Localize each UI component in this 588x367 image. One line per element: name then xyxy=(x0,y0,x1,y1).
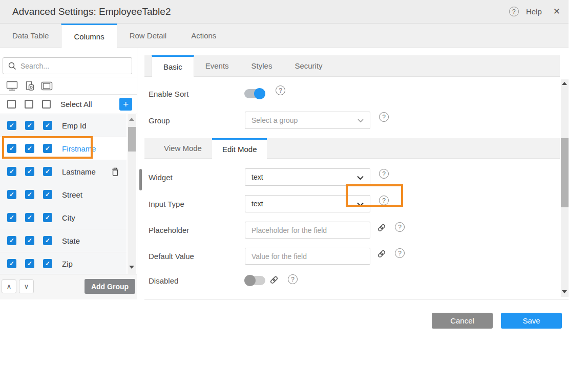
desktop-icon[interactable] xyxy=(6,81,18,91)
search-box xyxy=(3,57,132,74)
column-row-emp-id[interactable]: ✓ ✓ ✓ Emp Id xyxy=(0,114,127,137)
column-list-scrollbar[interactable] xyxy=(128,114,136,274)
search-input[interactable] xyxy=(20,62,132,70)
chevron-down-icon: ∨ xyxy=(24,283,29,290)
widget-select-value: text xyxy=(251,173,263,181)
help-icon[interactable]: ? xyxy=(276,85,285,95)
help-icon[interactable]: ? xyxy=(288,274,298,284)
help-icon[interactable]: ? xyxy=(509,7,519,16)
tab-view-mode[interactable]: View Mode xyxy=(154,138,212,158)
checkbox-checked[interactable]: ✓ xyxy=(43,144,52,153)
select-all-checkbox-desktop[interactable] xyxy=(7,100,16,109)
cancel-button[interactable]: Cancel xyxy=(432,313,493,329)
checkbox-checked[interactable]: ✓ xyxy=(7,236,16,245)
column-label: Street xyxy=(62,190,82,199)
tab-columns[interactable]: Columns xyxy=(61,24,117,48)
checkbox-checked[interactable]: ✓ xyxy=(43,259,52,268)
bind-link-icon[interactable] xyxy=(376,249,387,259)
tab-security[interactable]: Security xyxy=(283,55,333,76)
bind-link-icon[interactable] xyxy=(376,223,387,233)
column-row-lastname[interactable]: ✓ ✓ ✓ Lastname xyxy=(0,160,127,183)
checkbox-checked[interactable]: ✓ xyxy=(7,213,16,222)
checkbox-checked[interactable]: ✓ xyxy=(43,236,52,245)
help-icon[interactable]: ? xyxy=(379,112,389,122)
checkbox-checked[interactable]: ✓ xyxy=(7,144,16,153)
save-button[interactable]: Save xyxy=(501,313,562,329)
widget-label: Widget xyxy=(149,173,173,182)
tablet-icon[interactable] xyxy=(41,81,53,91)
help-icon[interactable]: ? xyxy=(379,196,389,205)
checkbox-checked[interactable]: ✓ xyxy=(7,121,16,130)
bind-link-icon[interactable] xyxy=(269,275,279,285)
placeholder-label: Placeholder xyxy=(149,226,189,234)
dialog-title: Advanced Settings: EmployeeTable2 xyxy=(12,6,171,17)
scroll-down-arrow-icon[interactable] xyxy=(562,290,567,293)
widget-select[interactable]: text xyxy=(245,168,370,186)
checkbox-checked[interactable]: ✓ xyxy=(25,144,34,153)
add-group-button[interactable]: Add Group xyxy=(85,279,135,294)
enable-sort-toggle[interactable] xyxy=(244,89,265,99)
move-column-up-button[interactable]: ∧ xyxy=(2,279,16,293)
checkbox-checked[interactable]: ✓ xyxy=(25,259,34,268)
disabled-toggle[interactable] xyxy=(245,275,265,286)
help-icon[interactable]: ? xyxy=(395,222,405,232)
help-link[interactable]: Help xyxy=(526,7,542,16)
checkbox-checked[interactable]: ✓ xyxy=(7,167,16,176)
checkbox-checked[interactable]: ✓ xyxy=(25,167,34,176)
column-row-street[interactable]: ✓ ✓ ✓ Street xyxy=(0,183,127,206)
checkbox-checked[interactable]: ✓ xyxy=(7,190,16,199)
tab-row-detail[interactable]: Row Detail xyxy=(117,24,179,48)
chevron-down-icon xyxy=(357,176,364,180)
tab-data-table[interactable]: Data Table xyxy=(0,24,61,48)
dialog-header: Advanced Settings: EmployeeTable2 ? Help… xyxy=(0,0,569,24)
checkbox-checked[interactable]: ✓ xyxy=(43,121,52,130)
enable-sort-row: Enable Sort ? xyxy=(144,85,560,102)
tab-events[interactable]: Events xyxy=(194,55,240,76)
scrollbar-thumb[interactable] xyxy=(128,127,136,152)
close-icon[interactable]: ✕ xyxy=(553,6,560,17)
checkbox-checked[interactable]: ✓ xyxy=(25,236,34,245)
help-icon[interactable]: ? xyxy=(395,248,405,258)
checkbox-checked[interactable]: ✓ xyxy=(43,167,52,176)
main-tab-bar: Data Table Columns Row Detail Actions xyxy=(0,24,569,48)
scroll-down-arrow-icon[interactable] xyxy=(129,266,134,269)
select-all-checkbox-mobile[interactable] xyxy=(25,100,33,109)
scroll-up-arrow-icon[interactable] xyxy=(562,82,567,85)
input-type-row: Input Type text ? xyxy=(144,195,560,212)
tab-edit-mode[interactable]: Edit Mode xyxy=(212,138,267,159)
checkbox-checked[interactable]: ✓ xyxy=(7,259,16,268)
group-select[interactable]: Select a group xyxy=(245,112,370,129)
input-type-select[interactable]: text xyxy=(245,195,370,212)
checkbox-checked[interactable]: ✓ xyxy=(25,213,34,222)
column-row-zip[interactable]: ✓ ✓ ✓ Zip xyxy=(0,252,127,274)
select-all-checkbox-tablet[interactable] xyxy=(42,100,51,109)
move-column-down-button[interactable]: ∨ xyxy=(19,279,34,293)
group-select-value: Select a group xyxy=(251,116,298,124)
column-label: State xyxy=(62,236,80,245)
columns-sidebar: Select All + ✓ ✓ ✓ Emp Id ✓ ✓ ✓ Firstnam… xyxy=(0,48,137,299)
checkbox-checked[interactable]: ✓ xyxy=(25,121,34,130)
tab-basic[interactable]: Basic xyxy=(152,55,194,77)
add-column-button[interactable]: + xyxy=(119,98,132,111)
mobile-icon[interactable] xyxy=(25,81,35,91)
scrollbar-thumb[interactable] xyxy=(561,138,569,207)
chevron-down-icon xyxy=(358,119,364,123)
tab-styles[interactable]: Styles xyxy=(240,55,284,76)
trash-icon[interactable] xyxy=(111,167,119,177)
scroll-up-arrow-icon[interactable] xyxy=(129,118,134,121)
help-icon[interactable]: ? xyxy=(379,169,389,179)
placeholder-input[interactable] xyxy=(245,222,370,239)
tab-actions[interactable]: Actions xyxy=(179,24,228,48)
column-row-firstname[interactable]: ✓ ✓ ✓ Firstname xyxy=(0,137,127,160)
checkbox-checked[interactable]: ✓ xyxy=(43,213,52,222)
default-value-input[interactable] xyxy=(245,248,370,265)
settings-panel-scrollbar[interactable] xyxy=(561,79,569,297)
select-all-label: Select All xyxy=(60,100,92,109)
column-label: Zip xyxy=(62,260,73,268)
input-type-select-value: text xyxy=(251,200,263,208)
column-row-state[interactable]: ✓ ✓ ✓ State xyxy=(0,229,127,252)
panel-scrollbar-thumb[interactable] xyxy=(139,169,142,190)
column-row-city[interactable]: ✓ ✓ ✓ City xyxy=(0,206,127,229)
checkbox-checked[interactable]: ✓ xyxy=(25,190,34,199)
checkbox-checked[interactable]: ✓ xyxy=(43,190,52,199)
